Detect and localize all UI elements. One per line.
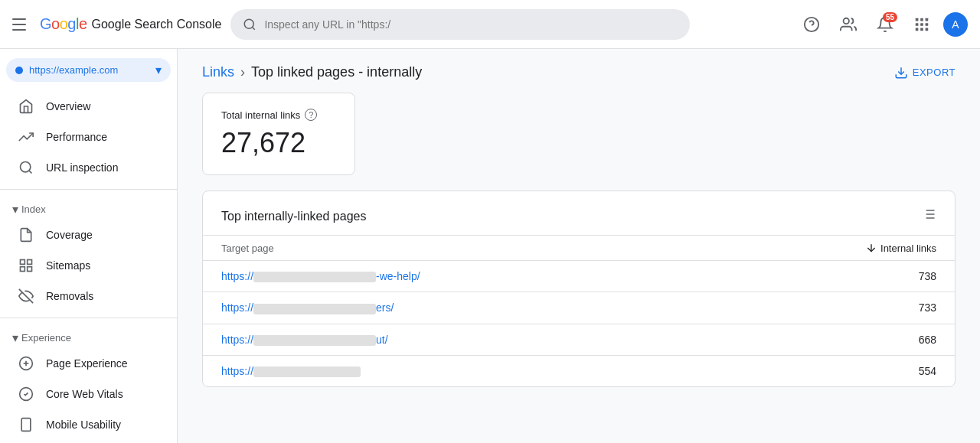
row-url: https:// [221, 365, 898, 377]
help-button[interactable] [796, 9, 827, 40]
breadcrumb: Links › Top linked pages - internally [202, 64, 422, 80]
total-card: Total internal links ? 27,672 [202, 93, 355, 175]
col-target-page: Target page [221, 243, 865, 254]
sidebar-item-sitemaps[interactable]: Sitemaps [0, 250, 171, 281]
breadcrumb-bar: Links › Top linked pages - internally EX… [178, 49, 980, 93]
sidebar-item-label: URL inspection [46, 161, 118, 174]
trending-up-icon [18, 129, 34, 145]
file-icon [18, 227, 34, 243]
row-url: https://-we-help/ [221, 270, 898, 282]
svg-rect-6 [920, 18, 923, 21]
circle-plus-icon [18, 356, 34, 371]
row-url: https://ut/ [221, 334, 898, 346]
row-count: 668 [898, 334, 936, 346]
main-layout: https://example.com ▾ Overview Performan… [0, 49, 980, 443]
header-actions: 55 A [796, 9, 968, 40]
notification-badge: 55 [883, 12, 897, 22]
property-selector[interactable]: https://example.com ▾ [6, 58, 171, 82]
circle-check-icon [18, 386, 34, 402]
breadcrumb-current: Top linked pages - internally [251, 64, 422, 80]
sidebar-item-label: Core Web Vitals [46, 388, 123, 400]
section-label: Experience [21, 332, 71, 344]
export-button[interactable]: EXPORT [894, 66, 956, 80]
svg-point-0 [245, 19, 254, 28]
svg-rect-17 [28, 260, 32, 265]
download-icon [894, 66, 908, 80]
sidebar-item-core-web-vitals[interactable]: Core Web Vitals [0, 379, 171, 409]
svg-rect-19 [21, 267, 25, 272]
sidebar-item-label: Mobile Usability [46, 419, 121, 431]
table-row[interactable]: https:// 554 [203, 356, 955, 386]
search-icon [243, 18, 256, 31]
svg-rect-18 [28, 267, 32, 272]
sidebar-item-label: Overview [46, 100, 90, 112]
help-tooltip-icon[interactable]: ? [305, 109, 317, 121]
notifications-button[interactable]: 55 [870, 9, 900, 40]
sidebar-item-performance[interactable]: Performance [0, 122, 171, 152]
svg-rect-8 [916, 23, 919, 26]
divider [0, 318, 177, 318]
search-small-icon [18, 160, 34, 175]
breadcrumb-separator: › [240, 64, 245, 80]
eye-off-icon [18, 288, 34, 304]
logo: Google Google Search Console [40, 15, 221, 33]
apps-button[interactable] [906, 9, 937, 40]
row-count: 733 [898, 301, 936, 314]
svg-rect-13 [926, 28, 929, 31]
svg-rect-7 [926, 18, 929, 21]
col-internal-links[interactable]: Internal links [865, 242, 936, 254]
header: Google Google Search Console [0, 0, 980, 49]
cards-area: Total internal links ? 27,672 Top intern… [178, 93, 980, 399]
content-area: Links › Top linked pages - internally EX… [178, 49, 980, 443]
svg-point-14 [21, 162, 31, 172]
sidebar-item-label: Performance [46, 131, 107, 143]
app-name: Google Search Console [92, 18, 222, 31]
sidebar-item-overview[interactable]: Overview [0, 91, 171, 122]
apps-icon [913, 16, 930, 33]
property-name: https://example.com [29, 64, 149, 76]
svg-rect-10 [926, 23, 929, 26]
index-section[interactable]: ▾ Index [0, 196, 177, 220]
experience-section[interactable]: ▾ Experience [0, 324, 177, 348]
menu-button[interactable] [12, 15, 31, 34]
section-label: Index [21, 204, 46, 215]
sidebar-item-coverage[interactable]: Coverage [0, 220, 171, 250]
svg-rect-9 [920, 23, 923, 26]
sidebar-item-url-inspection[interactable]: URL inspection [0, 152, 171, 183]
sidebar-item-page-experience[interactable]: Page Experience [0, 348, 171, 379]
svg-rect-5 [916, 18, 919, 21]
table-card: Top internally-linked pages Target page [202, 191, 956, 387]
search-bar[interactable] [230, 9, 690, 40]
breadcrumb-parent[interactable]: Links [202, 64, 234, 80]
table-row[interactable]: https://ers/ 733 [203, 292, 955, 324]
svg-rect-11 [916, 28, 919, 31]
sidebar-item-mobile-usability[interactable]: Mobile Usability [0, 409, 171, 440]
account-icon [840, 16, 857, 33]
table-col-headers: Target page Internal links [203, 235, 955, 261]
grid-icon [18, 258, 34, 273]
phone-icon [18, 417, 34, 432]
svg-line-1 [253, 27, 255, 29]
table-row[interactable]: https://ut/ 668 [203, 324, 955, 356]
sidebar-item-label: Page Experience [46, 357, 128, 370]
total-label: Total internal links ? [221, 109, 336, 121]
svg-rect-12 [920, 28, 923, 31]
table-header: Top internally-linked pages [203, 191, 955, 235]
avatar[interactable]: A [943, 12, 968, 37]
home-icon [18, 99, 34, 114]
property-arrow-icon: ▾ [155, 63, 162, 77]
help-icon [803, 16, 820, 33]
sidebar-item-label: Removals [46, 290, 93, 302]
chevron-down-icon: ▾ [12, 202, 18, 217]
chevron-down-icon: ▾ [12, 331, 18, 345]
export-label: EXPORT [913, 67, 956, 78]
search-input[interactable] [264, 18, 678, 31]
sidebar-item-removals[interactable]: Removals [0, 281, 171, 311]
sort-down-icon [865, 242, 877, 254]
filter-icon[interactable] [921, 207, 936, 226]
row-url: https://ers/ [221, 301, 898, 314]
divider [0, 189, 177, 190]
row-count: 554 [898, 365, 936, 377]
account-button[interactable] [833, 9, 864, 40]
table-row[interactable]: https://-we-help/ 738 [203, 261, 955, 292]
